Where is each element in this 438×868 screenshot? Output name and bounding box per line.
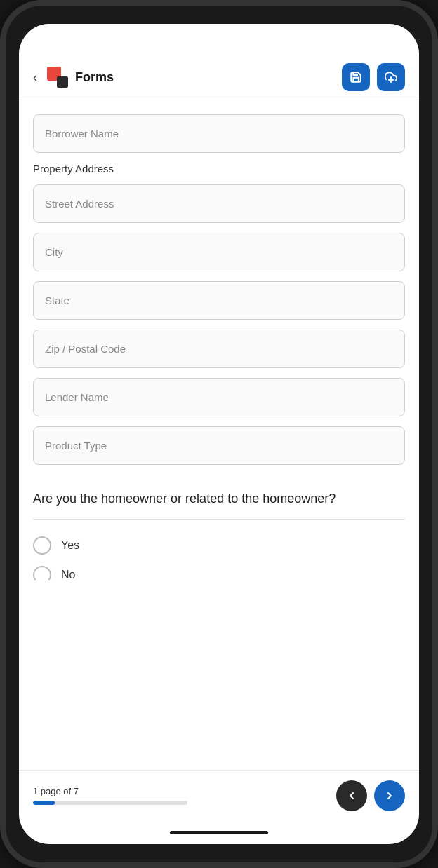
back-button[interactable]: ‹ [30, 67, 40, 88]
zip-input[interactable] [33, 330, 405, 368]
property-address-label: Property Address [33, 163, 405, 175]
content-area: Property Address [19, 100, 419, 770]
question-text: Are you the homeowner or related to the … [33, 490, 405, 508]
product-type-input[interactable] [33, 426, 405, 465]
city-input[interactable] [33, 233, 405, 271]
header-actions [342, 63, 405, 91]
progress-bar-fill [33, 801, 55, 805]
page-label: 1 page of 7 [33, 786, 336, 796]
save-button[interactable] [342, 63, 370, 91]
borrower-name-field [33, 114, 405, 153]
header: ‹ Forms [19, 55, 419, 100]
product-type-field [33, 426, 405, 465]
radio-option-no-partial: No [33, 560, 405, 580]
city-field [33, 233, 405, 271]
share-button[interactable] [377, 63, 405, 91]
header-title: Forms [75, 70, 114, 85]
back-icon: ‹ [33, 70, 37, 85]
next-page-button[interactable] [374, 780, 405, 811]
next-icon [384, 790, 395, 801]
app-logo [47, 67, 68, 88]
lender-name-field [33, 378, 405, 416]
logo-dark-square [57, 76, 68, 88]
state-field [33, 281, 405, 320]
street-address-input[interactable] [33, 184, 405, 223]
radio-circle-no [33, 566, 51, 580]
prev-page-button[interactable] [336, 780, 367, 811]
phone-screen: ‹ Forms [19, 24, 419, 844]
progress-bar-background [33, 801, 187, 805]
home-indicator [19, 820, 419, 844]
nav-buttons [336, 780, 405, 811]
phone-frame: ‹ Forms [0, 0, 438, 868]
state-input[interactable] [33, 281, 405, 320]
header-left: ‹ Forms [30, 67, 114, 88]
share-icon [385, 71, 397, 83]
question-section: Are you the homeowner or related to the … [33, 479, 405, 580]
home-bar [170, 831, 268, 834]
radio-label-yes: Yes [61, 539, 79, 552]
lender-name-input[interactable] [33, 378, 405, 416]
borrower-name-input[interactable] [33, 114, 405, 153]
question-divider [33, 519, 405, 520]
street-address-field [33, 184, 405, 223]
bottom-bar: 1 page of 7 [19, 770, 419, 820]
zip-field [33, 330, 405, 368]
radio-option-no[interactable]: No [33, 560, 405, 580]
save-icon [350, 71, 362, 83]
status-bar [19, 24, 419, 55]
radio-circle-yes [33, 536, 51, 555]
pagination-info: 1 page of 7 [33, 786, 336, 805]
prev-icon [346, 790, 357, 801]
radio-label-no: No [61, 569, 75, 580]
app-container: ‹ Forms [19, 55, 419, 844]
radio-option-yes[interactable]: Yes [33, 531, 405, 560]
